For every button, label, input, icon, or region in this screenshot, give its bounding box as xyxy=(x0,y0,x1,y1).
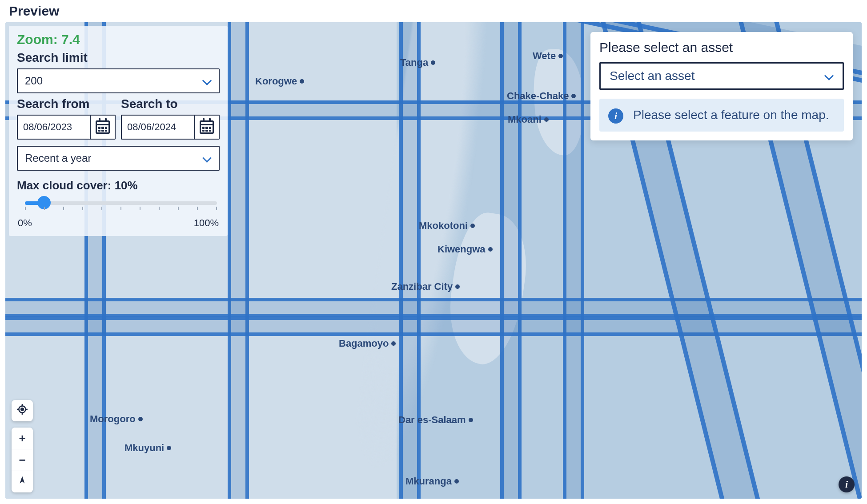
place-dot-icon xyxy=(431,60,435,65)
place-label: Dar es-Salaam xyxy=(398,414,473,426)
zoom-in-button[interactable]: + xyxy=(12,428,33,449)
search-to-label: Search to xyxy=(121,97,220,111)
place-dot-icon xyxy=(488,247,493,252)
place-dot-icon xyxy=(558,54,563,58)
place-dot-icon xyxy=(167,446,171,450)
place-label: Chake-Chake xyxy=(507,90,576,102)
place-name: Mkuyuni xyxy=(124,442,164,454)
place-label: Mkuranga xyxy=(405,476,459,487)
swath-edge xyxy=(5,298,862,301)
search-limit-select[interactable]: 200 xyxy=(17,68,220,93)
asset-select[interactable]: Select an asset xyxy=(599,62,844,90)
info-callout: i Please select a feature on the map. xyxy=(599,99,844,132)
calendar-button-to[interactable] xyxy=(195,116,219,139)
chevron-down-icon xyxy=(203,76,212,85)
place-name: Tanga xyxy=(400,57,428,68)
swath-edge xyxy=(5,332,862,336)
place-label: Korogwe xyxy=(255,76,304,87)
svg-point-1 xyxy=(21,408,23,410)
compass-icon xyxy=(16,475,28,489)
place-name: Korogwe xyxy=(255,76,297,87)
cloud-value: 10% xyxy=(115,179,138,192)
info-icon: i xyxy=(608,108,623,124)
slider-legend: 0% 100% xyxy=(17,217,220,229)
map-controls: + − xyxy=(12,400,33,492)
place-label: Zanzibar City xyxy=(391,281,460,292)
swath-edge xyxy=(417,22,421,499)
chevron-down-icon xyxy=(825,72,834,80)
zoom-indicator: Zoom: 7.4 xyxy=(17,32,220,47)
swath-edge xyxy=(228,22,231,499)
place-dot-icon xyxy=(138,417,143,421)
search-panel: Zoom: 7.4 Search limit 200 Search from 0… xyxy=(9,26,228,236)
zoom-prefix: Zoom: xyxy=(17,32,61,47)
slider-max-label: 100% xyxy=(194,217,219,229)
place-dot-icon xyxy=(454,479,459,484)
place-name: Mkoani xyxy=(508,114,542,125)
place-name: Kiwengwa xyxy=(438,244,486,255)
search-limit-value: 200 xyxy=(25,75,43,87)
place-dot-icon xyxy=(455,284,460,289)
swath-vertical xyxy=(229,22,246,499)
svg-marker-6 xyxy=(20,476,25,483)
page-header: Preview xyxy=(5,0,862,22)
search-to-value[interactable]: 08/06/2024 xyxy=(122,116,195,139)
slider-track xyxy=(25,201,217,205)
swath-vertical xyxy=(400,22,418,499)
map-canvas[interactable]: KorogweTangaWeteChake-ChakeMkoaniMkokoto… xyxy=(5,22,862,499)
reset-north-button[interactable] xyxy=(12,471,33,492)
place-label: Mkoani xyxy=(508,114,549,125)
place-name: Bagamoyo xyxy=(339,338,389,349)
place-dot-icon xyxy=(300,79,304,84)
zoom-controls: + − xyxy=(12,428,33,492)
place-name: Zanzibar City xyxy=(391,281,453,292)
calendar-icon xyxy=(96,120,110,134)
place-dot-icon xyxy=(571,94,576,98)
place-name: Chake-Chake xyxy=(507,90,569,102)
chevron-down-icon xyxy=(203,154,212,163)
search-limit-label: Search limit xyxy=(17,51,220,65)
swath-edge xyxy=(500,22,504,499)
info-text: Please select a feature on the map. xyxy=(633,107,829,124)
place-name: Mkuranga xyxy=(405,476,452,487)
place-label: Kiwengwa xyxy=(438,244,493,255)
place-label: Mkokotoni xyxy=(419,220,475,232)
place-label: Bagamoyo xyxy=(339,338,396,349)
place-label: Morogoro xyxy=(90,413,143,425)
place-name: Mkokotoni xyxy=(419,220,468,232)
calendar-button-from[interactable] xyxy=(91,116,115,139)
locate-button[interactable] xyxy=(12,400,33,421)
place-dot-icon xyxy=(391,341,396,346)
swath-edge xyxy=(581,22,584,499)
search-from-value[interactable]: 08/06/2023 xyxy=(18,116,91,139)
zoom-value: 7.4 xyxy=(61,32,80,47)
place-name: Wete xyxy=(533,50,556,62)
search-to-field[interactable]: 08/06/2024 xyxy=(121,115,220,140)
attribution-button[interactable]: i xyxy=(839,476,855,492)
search-from-field[interactable]: 08/06/2023 xyxy=(17,115,116,140)
place-label: Tanga xyxy=(400,57,435,68)
slider-min-label: 0% xyxy=(18,217,32,229)
place-dot-icon xyxy=(469,418,473,422)
cloud-cover-slider[interactable] xyxy=(17,197,220,209)
crosshair-icon xyxy=(16,404,28,418)
zoom-out-button[interactable]: − xyxy=(12,449,33,471)
swath-edge xyxy=(399,22,403,499)
date-preset-select[interactable]: Recent a year xyxy=(17,146,220,171)
place-label: Wete xyxy=(533,50,563,62)
asset-select-placeholder: Select an asset xyxy=(610,69,694,83)
place-dot-icon xyxy=(470,224,475,228)
swath-edge xyxy=(245,22,249,499)
place-dot-icon xyxy=(544,117,549,122)
cloud-prefix: Max cloud cover: xyxy=(17,179,115,192)
slider-ticks xyxy=(25,207,217,211)
asset-panel-title: Please select an asset xyxy=(599,40,844,55)
page-title: Preview xyxy=(9,4,59,19)
place-name: Dar es-Salaam xyxy=(398,414,466,426)
swath-edge xyxy=(5,316,862,320)
cloud-cover-label: Max cloud cover: 10% xyxy=(17,179,220,192)
asset-panel: Please select an asset Select an asset i… xyxy=(590,32,853,140)
date-preset-value: Recent a year xyxy=(25,152,91,164)
place-name: Morogoro xyxy=(90,413,136,425)
calendar-icon xyxy=(200,120,214,134)
